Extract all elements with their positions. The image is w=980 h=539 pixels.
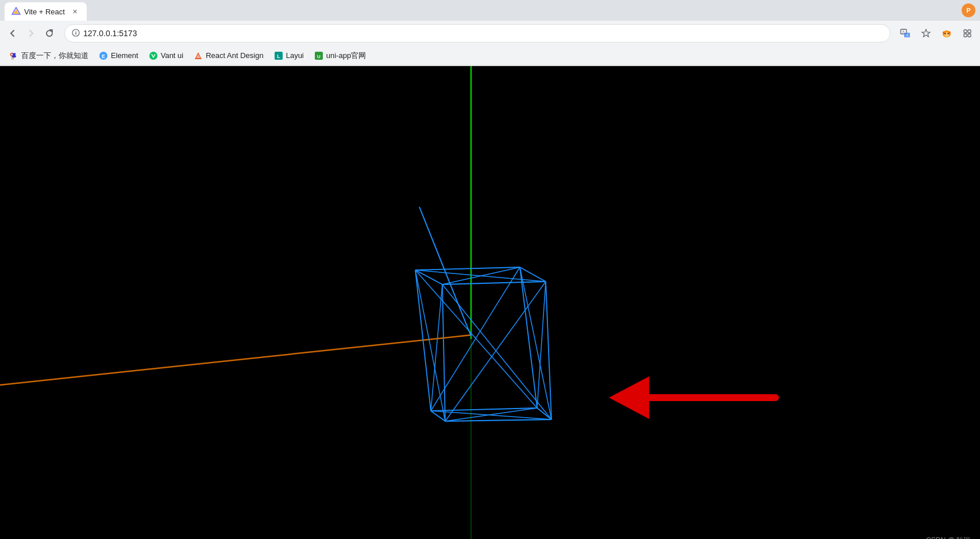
tab-close-button[interactable]: ✕ (71, 7, 80, 16)
bookmark-uniapp[interactable]: U uni-app官网 (310, 48, 371, 63)
back-icon (7, 28, 18, 38)
tab-controls: P (962, 3, 975, 17)
svg-text:P: P (966, 7, 970, 14)
scene-canvas (0, 66, 980, 539)
svg-text:E: E (102, 53, 105, 59)
svg-rect-19 (964, 34, 967, 37)
bookmark-vant[interactable]: Vant ui (144, 49, 188, 63)
tab-favicon (11, 7, 21, 16)
tab-strip: Vite + React ✕ (5, 0, 962, 21)
svg-text:U: U (317, 54, 321, 59)
bookmark-layui[interactable]: L Layui (269, 49, 308, 63)
forward-button[interactable] (23, 25, 39, 41)
bookmark-layui-label: Layui (286, 51, 304, 60)
svg-text:A: A (902, 30, 905, 33)
reload-icon (44, 28, 55, 38)
bookmark-vant-label: Vant ui (161, 51, 184, 60)
bookmark-element[interactable]: E Element (94, 49, 143, 63)
more-extensions-button[interactable] (959, 25, 975, 41)
navigation-bar: 127.0.0.1:5173 A 文 (0, 21, 980, 46)
svg-rect-20 (968, 34, 971, 37)
svg-rect-32 (0, 66, 980, 539)
fox-icon (941, 28, 952, 39)
svg-text:文: 文 (906, 33, 909, 37)
bookmark-react-ant[interactable]: React Ant Design (189, 49, 268, 63)
address-bar[interactable]: 127.0.0.1:5173 (64, 24, 890, 43)
vant-icon (149, 51, 158, 60)
svg-point-12 (944, 32, 949, 37)
baidu-icon: 百 (9, 51, 18, 60)
react-ant-icon (194, 51, 203, 60)
active-tab[interactable]: Vite + React ✕ (5, 2, 87, 21)
uniapp-icon: U (314, 51, 323, 60)
browser-chrome: Vite + React ✕ P (0, 0, 980, 66)
puzzle-icon (962, 28, 973, 38)
translate-icon: A 文 (900, 28, 911, 39)
svg-point-16 (947, 33, 948, 34)
3d-scene[interactable]: CSDN @·耿瑞~ (0, 66, 980, 539)
bookmark-uniapp-label: uni-app官网 (326, 51, 366, 61)
url-display: 127.0.0.1:5173 (83, 29, 137, 38)
svg-point-6 (75, 30, 76, 31)
bookmarks-bar: 百 百度一下，你就知道 E Element Vant ui React Ant … (0, 46, 980, 66)
svg-point-25 (149, 52, 157, 60)
reload-button[interactable] (41, 25, 57, 41)
forward-icon (26, 28, 36, 38)
star-icon (921, 28, 931, 38)
info-icon (72, 29, 80, 37)
svg-rect-17 (964, 30, 967, 33)
translate-button[interactable]: A 文 (897, 25, 913, 41)
layui-icon: L (274, 51, 283, 60)
svg-rect-18 (968, 30, 971, 33)
bookmark-react-ant-label: React Ant Design (206, 51, 263, 60)
tab-bar: Vite + React ✕ P (0, 0, 980, 21)
toolbar-right: A 文 (897, 25, 975, 41)
lock-icon (72, 29, 80, 38)
profile-icon: P (962, 3, 975, 17)
bookmark-element-label: Element (111, 51, 138, 60)
bookmark-button[interactable] (918, 25, 934, 41)
watermark: CSDN @·耿瑞~ (926, 536, 974, 539)
tab-title: Vite + React (24, 7, 65, 16)
bookmark-baidu-label: 百度一下，你就知道 (21, 51, 88, 61)
svg-point-15 (944, 33, 946, 34)
profile-avatar[interactable]: P (962, 3, 975, 17)
extension-button[interactable] (939, 25, 955, 41)
back-button[interactable] (5, 25, 21, 41)
bookmark-baidu[interactable]: 百 百度一下，你就知道 (5, 48, 93, 63)
element-icon: E (99, 51, 108, 60)
svg-text:百: 百 (11, 56, 14, 60)
svg-text:L: L (277, 53, 280, 59)
